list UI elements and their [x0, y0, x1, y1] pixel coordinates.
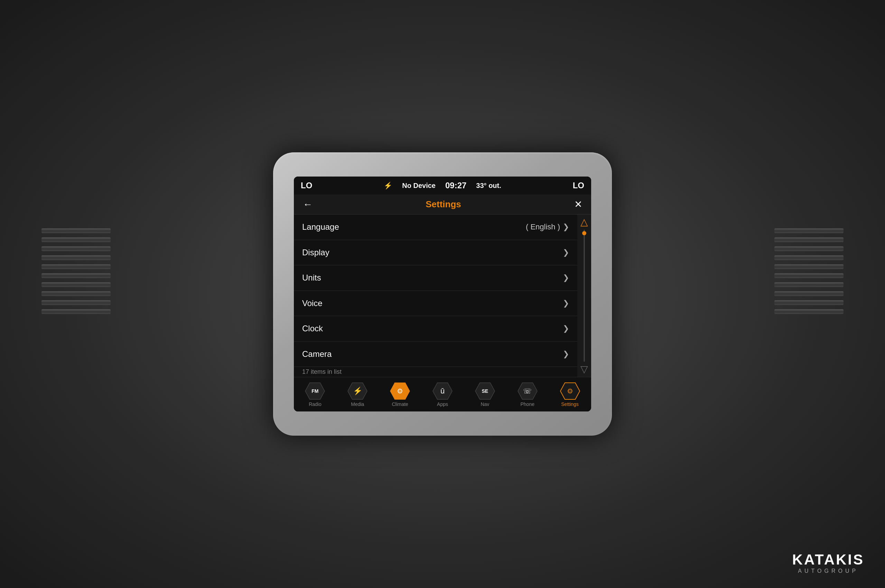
apps-icon-container: ū: [433, 382, 452, 400]
climate-icon-container: ⚙: [390, 382, 410, 400]
status-lo-left: LO: [301, 181, 312, 190]
camera-label: Camera: [302, 349, 332, 359]
nav-icon-container: SE: [475, 382, 495, 400]
scroll-down-button[interactable]: ▽: [580, 364, 588, 374]
scrollbar[interactable]: △ ▽: [577, 214, 591, 377]
menu-item-language[interactable]: Language ( English ) ❯: [294, 214, 577, 240]
display-label: Display: [302, 248, 329, 257]
nav-item-media[interactable]: ⚡ Media: [337, 377, 379, 411]
clock-display: 09:27: [445, 181, 466, 190]
radio-icon: FM: [311, 388, 319, 394]
menu-item-display[interactable]: Display ❯: [294, 240, 577, 266]
climate-label: Climate: [392, 402, 408, 407]
voice-chevron-icon: ❯: [563, 299, 569, 308]
brand-logo: KATAKIS AUTOGROUP: [792, 551, 864, 574]
status-center: ⚡ No Device 09:27 33° out.: [384, 181, 501, 190]
content-area: Language ( English ) ❯ Display ❯ Units: [294, 214, 591, 377]
usb-icon: ⚡: [384, 182, 392, 190]
language-value: ( English ): [526, 222, 560, 231]
units-label: Units: [302, 273, 321, 283]
camera-chevron-icon: ❯: [563, 350, 569, 358]
navigation-bar: ← Settings ✕: [294, 195, 591, 214]
nav-item-apps[interactable]: ū Apps: [421, 377, 464, 411]
nav-label: Nav: [481, 402, 489, 407]
media-label: Media: [351, 402, 364, 407]
phone-label: Phone: [520, 402, 534, 407]
brand-name: KATAKIS: [792, 551, 864, 568]
status-lo-right: LO: [573, 181, 584, 190]
apps-label: Apps: [437, 402, 448, 407]
voice-label: Voice: [302, 298, 323, 308]
left-vent: [42, 228, 111, 360]
clock-chevron-icon: ❯: [563, 324, 569, 333]
language-chevron-icon: ❯: [563, 222, 569, 231]
scroll-track: [583, 230, 585, 362]
no-device-label: No Device: [402, 182, 436, 190]
nav-item-navigation[interactable]: SE Nav: [464, 377, 506, 411]
scroll-thumb: [582, 231, 586, 235]
nav-item-climate[interactable]: ⚙ Climate: [379, 377, 421, 411]
media-icon: ⚡: [353, 387, 362, 396]
status-bar: LO ⚡ No Device 09:27 33° out. LO: [294, 177, 591, 195]
menu-item-units[interactable]: Units ❯: [294, 266, 577, 291]
back-button[interactable]: ←: [299, 198, 316, 212]
radio-label: Radio: [309, 402, 322, 407]
nav-item-radio[interactable]: FM Radio: [294, 377, 337, 411]
menu-item-voice[interactable]: Voice ❯: [294, 291, 577, 316]
nav-item-settings[interactable]: ⚙ Settings: [548, 377, 591, 411]
menu-item-camera[interactable]: Camera ❯: [294, 342, 577, 367]
phone-icon: ☏: [523, 387, 532, 395]
units-chevron-icon: ❯: [563, 273, 569, 282]
radio-icon-container: FM: [305, 382, 325, 400]
screen-bezel: LO ⚡ No Device 09:27 33° out. LO ← Setti…: [273, 152, 612, 436]
settings-menu-list: Language ( English ) ❯ Display ❯ Units: [294, 214, 577, 377]
climate-icon: ⚙: [397, 387, 403, 395]
apps-icon: ū: [440, 387, 445, 396]
clock-label: Clock: [302, 324, 323, 333]
brand-subtitle: AUTOGROUP: [792, 568, 864, 574]
camera-chevron-group: ❯: [563, 350, 569, 358]
screen-title: Settings: [319, 199, 567, 210]
nav-item-phone[interactable]: ☏ Phone: [506, 377, 548, 411]
bottom-navigation: FM Radio ⚡ Media: [294, 377, 591, 411]
items-count: 17 items in list: [294, 367, 577, 377]
scroll-up-button[interactable]: △: [580, 217, 588, 227]
settings-icon: ⚙: [567, 387, 573, 395]
settings-label: Settings: [561, 402, 579, 407]
phone-icon-container: ☏: [517, 382, 538, 400]
settings-icon-container: ⚙: [560, 382, 580, 400]
voice-chevron-group: ❯: [563, 299, 569, 308]
media-icon-container: ⚡: [347, 382, 368, 400]
language-value-group: ( English ) ❯: [526, 222, 569, 231]
nav-icon: SE: [482, 388, 488, 394]
clock-chevron-group: ❯: [563, 324, 569, 333]
right-vent: [774, 228, 843, 360]
display-chevron-icon: ❯: [563, 248, 569, 257]
display-chevron-group: ❯: [563, 248, 569, 257]
language-label: Language: [302, 222, 339, 232]
units-chevron-group: ❯: [563, 273, 569, 282]
close-button[interactable]: ✕: [571, 197, 586, 212]
menu-item-clock[interactable]: Clock ❯: [294, 316, 577, 342]
infotainment-screen: LO ⚡ No Device 09:27 33° out. LO ← Setti…: [294, 177, 591, 411]
temperature-display: 33° out.: [476, 182, 501, 190]
